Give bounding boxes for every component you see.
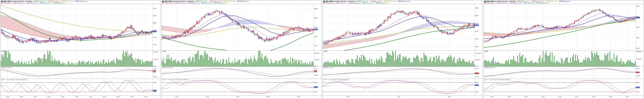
price-chart-canvas[interactable] [323,4,475,50]
legend-item: 移動平均(Close, 10 ) [14,2,26,4]
legend-line-1: 移動平均(Close, 75 )一目均衡表( 9, 26, 52 )移動平均(C… [34,1,88,2]
axis-tick-label: 8,825 [153,22,156,24]
legend-item: 移動平均(Close, 150 ) [545,1,558,2]
current-value-badge: 6.00 [314,70,317,72]
legend-item: 移動平均(Close, 20 ) [349,2,361,4]
x-axis-label: 10/12 [490,96,494,98]
price-chart-canvas[interactable] [484,4,636,50]
x-axis-label: 12:00 [48,96,50,98]
legend-item: 移動平均(Close, 40 ) [362,2,374,4]
volume-chart-canvas[interactable] [323,50,475,67]
current-value-badge: -8.00 [636,72,640,73]
x-axis-label: 02:40 [6,96,9,98]
axis-tick-label: 8,500 [636,47,640,49]
stochastics-axis: 80.0020.0048.00 [636,79,643,96]
legend-item: 移動平均(Close, 25 ) [75,1,87,2]
axis-tick-label: -50.00 [475,76,479,77]
macd-chart-canvas[interactable] [323,67,475,79]
price-chart-canvas[interactable] [1,4,152,50]
x-axis-label: 10:30 [524,96,528,98]
x-axis: 10/1712:0020:0010/1812:00 [162,96,321,99]
current-value-badge: -10.00 [475,73,479,74]
price-chart-section: 8,8808,8408,8008,7608,7208,790 [162,4,321,50]
x-axis-label: 09:20 [20,96,23,98]
legend-item: 移動平均(Close, 40 ) [201,2,213,4]
volume-chart-canvas[interactable] [162,50,314,67]
macd-axis: 60.000.00-60.00-8.00 [636,67,643,79]
legend-line-1: 移動平均(Close, 75 )一目均衡表( 9, 26, 52 )移動平均(C… [356,1,411,2]
axis-tick-label: 8,840 [475,15,478,16]
x-axis-label: 10/17 [397,96,400,98]
stochastics-axis: 80.0020.0028.00 [152,79,160,96]
axis-tick-label: 8,875 [153,8,156,9]
axis-tick-label: 0.00 [153,72,156,74]
stochastics-chart-canvas[interactable] [323,79,475,96]
legend-item: 移動平均(Close, 75 ) [195,1,207,2]
current-value-badge: 50.00 [314,87,318,88]
panel-header: 日経225先物 11/12( 60分, 2011/10/11 - 2011/10… [484,0,643,4]
stochastics-chart-canvas[interactable] [1,79,152,96]
volume-chart-canvas[interactable] [484,50,636,67]
chart-window-icon [162,1,164,2]
legend-item: 移動平均(Close, 150 ) [61,1,74,2]
price-chart-canvas[interactable] [162,4,314,50]
panel-title: 日経225先物 11/12( 15分, 2011/10/14 - 2011/10… [164,1,194,2]
current-value-badge: 48.00 [636,87,640,88]
legend-item: 移動平均(Close, 25 ) [398,1,410,2]
stochastics-chart-canvas[interactable] [484,79,636,96]
axis-tick-label: 8,680 [475,46,478,47]
legend-item: 移動平均(Close, 75 ) [214,2,226,4]
axis-tick-label: 8,760 [314,36,318,37]
legend-item: 移動平均(Close, 5 ) [162,2,173,4]
axis-tick-label: 15,000.00 [636,51,642,52]
current-value-badge: 62.00 [475,85,479,86]
macd-section: MACD( 12, 26, 9 ) 60.000.00-60.00-8.00 [484,67,643,79]
x-axis: 02:4009:2010:4012:0013:4014:4017:2018:40… [1,96,160,99]
current-value-badge: 8,795 [153,31,157,32]
axis-tick-label: 8,800 [314,26,318,28]
current-value-badge: 8,790 [636,17,640,18]
axis-tick-label: 0.00 [314,65,317,67]
axis-tick-label: 8,850 [153,15,156,16]
axis-tick-label: 80.00 [636,82,640,83]
x-axis-label: 10/18 [609,96,612,98]
legend-item: 移動平均(Close, 75 ) [517,1,529,2]
macd-chart-canvas[interactable] [484,67,636,79]
x-axis-label: 14:40 [75,96,78,98]
legend-item: 移動平均(Close, 20 ) [27,2,39,4]
axis-tick-label: 50.00 [475,68,478,69]
volume-label: 出来高 [323,51,328,52]
macd-chart-canvas[interactable] [1,67,152,79]
price-axis: 8,8758,8508,8258,8008,7758,7508,795 [152,4,160,50]
legend-item: 移動平均(Close, 10 ) [497,2,508,4]
price-axis: 8,8808,8408,8008,7608,7208,6808,790 [475,4,482,50]
legend-item: 移動平均(Close, 10 ) [175,2,186,4]
axis-tick-label: 30.00 [314,68,318,69]
axis-tick-label: 80.00 [153,82,156,83]
stochastics-label: スロー・ストキャスティクス( 14, 3, 80, 20 ) [162,79,188,80]
x-axis-label: 21:20 [130,96,134,98]
chart-window-icon [484,1,486,2]
axis-tick-label: 8,720 [475,38,478,40]
current-value-badge: 8.00 [153,70,156,72]
axis-tick-label: 8,700 [636,26,640,28]
volume-section: 出来高 15,000.007,500.000.00 [484,50,643,67]
axis-tick-label: 80.00 [314,82,318,83]
axis-tick-label: 8,840 [314,17,318,19]
volume-section: 出来高 3,000.001,500.000.00 [1,50,160,67]
x-axis-label: 20:00 [236,96,239,98]
axis-tick-label: 8,760 [475,30,478,32]
stochastics-chart-canvas[interactable] [162,79,314,96]
legend-line-2: 移動平均(Close, 5 )移動平均(Close, 10 )移動平均(Clos… [162,2,228,4]
legend-item: 移動平均(Close, 150 ) [223,1,236,2]
x-axis-label: 10:40 [34,96,37,98]
legend-item: 移動平均(Close, 150 ) [384,1,396,2]
volume-chart-canvas[interactable] [1,50,152,67]
macd-chart-canvas[interactable] [162,67,314,79]
price-axis: 8,9008,8008,7008,6008,5008,790 [636,4,643,50]
macd-label: MACD( 12, 26, 9 ) [484,67,495,68]
legend-item: 移動平均(Close, 10 ) [336,2,348,4]
legend-item: 移動平均(Close, 40 ) [40,2,52,4]
axis-tick-label: 0.00 [475,65,478,67]
axis-tick-label: 5,000.00 [314,52,319,54]
